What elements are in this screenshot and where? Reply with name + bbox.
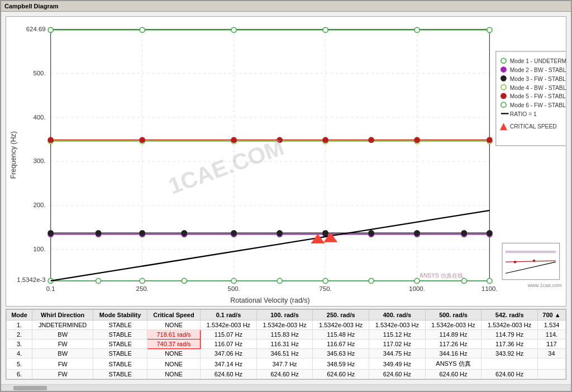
svg-point-79 [369,137,374,142]
svg-point-78 [323,137,328,142]
svg-point-62 [369,231,374,236]
window-title: Campbell Diagram [4,3,59,9]
svg-text:ANSYS 仿真在线: ANSYS 仿真在线 [420,273,463,279]
svg-point-63 [414,231,420,236]
col-v700: 700 ▲ [537,310,565,321]
col-stability: Mode Stability [93,310,147,321]
campbell-chart: 624.69 500. 400. 300. 200. 100. 1.5342e-… [6,17,566,306]
svg-text:1000.: 1000. [409,285,425,292]
svg-text:750.: 750. [320,285,332,292]
table-row: 5.FWSTABLENONE347.14 Hz347.7 Hz348.59 Hz… [7,358,566,370]
svg-point-55 [48,231,53,236]
svg-text:Mode 5 - FW - STABLE: Mode 5 - FW - STABLE [510,93,566,99]
svg-point-58 [182,231,187,236]
svg-point-41 [487,278,492,283]
horizontal-scrollbar[interactable] [1,384,571,391]
chart-area: 624.69 500. 400. 300. 200. 100. 1.5342e-… [6,16,566,307]
data-table-section: Mode Whirl Direction Mode Stability Crit… [6,309,566,380]
table-row: 4.BWSTABLENONE347.06 Hz346.51 Hz345.63 H… [7,349,566,358]
svg-point-32 [96,278,101,283]
svg-text:400.: 400. [33,114,45,121]
svg-text:300.: 300. [33,157,45,164]
col-v250: 250. rad/s [313,310,369,321]
svg-text:Rotational Velocity (rad/s): Rotational Velocity (rad/s) [230,297,310,304]
svg-text:Mode 1 - UNDETERMINED - STABLE: Mode 1 - UNDETERMINED - STABLE [510,58,566,64]
svg-point-56 [96,231,101,236]
svg-point-60 [277,231,282,236]
svg-point-84 [140,27,145,32]
svg-point-35 [231,278,236,283]
svg-point-40 [461,278,466,283]
svg-point-37 [323,278,328,283]
svg-text:1.5342e-3: 1.5342e-3 [17,276,45,283]
table-row: 3.FWSTABLE740.37 rad/s116.07 Hz116.31 Hz… [7,340,566,349]
campbell-table: Mode Whirl Direction Mode Stability Crit… [6,309,566,379]
svg-point-33 [140,278,145,283]
svg-point-87 [414,27,420,32]
svg-point-98 [501,76,506,81]
svg-text:250.: 250. [136,285,149,292]
svg-text:www.1cae.com: www.1cae.com [527,283,562,288]
col-mode: Mode [7,310,32,321]
svg-point-57 [140,231,145,236]
svg-text:500.: 500. [228,285,240,292]
svg-text:500.: 500. [33,70,45,77]
svg-point-85 [231,27,236,32]
svg-point-83 [48,27,53,32]
col-v500: 500. rad/s [425,310,482,321]
svg-text:Mode 4 - BW - STABLE: Mode 4 - BW - STABLE [510,85,566,91]
svg-text:624.69: 624.69 [26,26,46,32]
svg-point-80 [414,137,420,142]
svg-point-76 [231,137,236,142]
scrollbar-thumb[interactable] [13,386,47,390]
table-row: 1.JNDETERMINEDSTABLENONE1.5342e-003 Hz1.… [7,321,566,330]
col-v100: 100. rad/s [256,310,313,321]
svg-text:1100.: 1100. [482,285,497,292]
col-direction: Whirl Direction [32,310,93,321]
svg-point-100 [501,85,506,90]
col-v542: 542. rad/s [482,310,538,321]
svg-point-59 [231,231,236,236]
table-row: 2.BWSTABLE718.61 rad/s115.07 Hz115.83 Hz… [7,330,566,340]
svg-point-61 [323,231,328,236]
svg-text:CRITICAL SPEED: CRITICAL SPEED [510,123,557,130]
svg-text:RATIO = 1: RATIO = 1 [510,111,537,117]
main-window: Campbell Diagram [0,0,572,392]
svg-text:Mode 6 - FW - STABLE: Mode 6 - FW - STABLE [510,102,566,108]
svg-point-81 [487,137,492,142]
svg-text:200.: 200. [33,202,45,208]
svg-point-34 [182,278,187,283]
svg-point-104 [501,102,506,107]
col-v400: 400. rad/s [369,310,426,321]
title-bar: Campbell Diagram [1,1,571,12]
svg-point-65 [487,231,492,236]
main-content: 624.69 500. 400. 300. 200. 100. 1.5342e-… [1,12,571,391]
col-critical: Critical Speed [147,310,200,321]
table-row: 6.FWSTABLENONE624.60 Hz624.60 Hz624.60 H… [7,370,566,379]
svg-point-94 [501,58,506,63]
svg-text:Mode 3 - FW - STABLE: Mode 3 - FW - STABLE [510,76,566,82]
svg-text:100.: 100. [33,246,45,252]
svg-point-38 [369,278,374,283]
svg-point-64 [461,231,466,236]
svg-point-116 [533,260,536,262]
col-v01: 0.1 rad/s [201,310,257,321]
svg-point-39 [414,278,420,283]
svg-point-102 [501,93,506,98]
svg-point-75 [140,137,145,142]
svg-point-115 [514,261,517,264]
svg-point-86 [323,27,328,32]
svg-point-88 [487,27,492,32]
svg-text:0.1: 0.1 [46,285,55,292]
svg-text:Frequency (Hz): Frequency (Hz) [9,131,17,179]
svg-point-36 [277,278,282,283]
svg-point-96 [501,67,506,72]
svg-text:Mode 2 - BW - STABLE: Mode 2 - BW - STABLE [510,67,566,73]
svg-point-74 [48,137,53,142]
